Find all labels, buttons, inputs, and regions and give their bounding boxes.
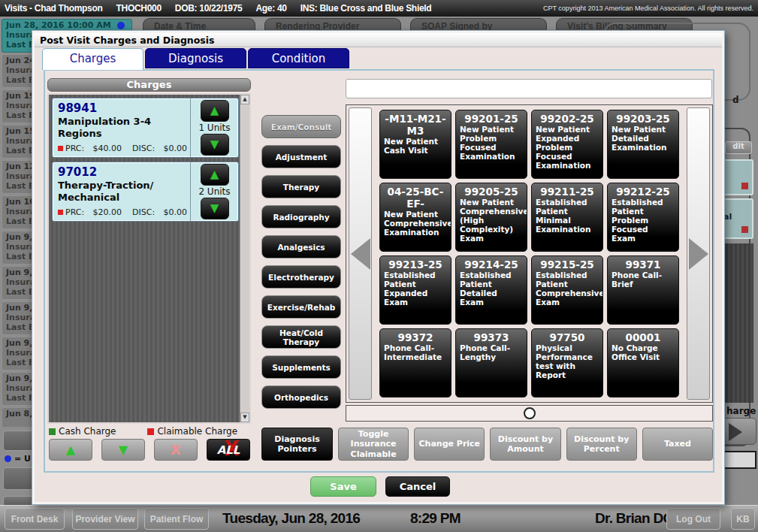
cpt-cell[interactable]: 99213-25Established Patient Expanded Exa… — [379, 255, 451, 325]
log-out-button[interactable]: Log Out — [666, 508, 720, 530]
patient-name: Visits - Chad Thompson — [5, 3, 103, 14]
charge-type-legend: Cash Charge Claimable Charge — [49, 426, 252, 437]
unsigned-legend: = U — [5, 454, 31, 464]
charges-scrollbar[interactable]: ▲ ▼ — [240, 95, 249, 422]
dialog-tabs: Charges Diagnosis Condition — [42, 48, 349, 70]
category-analgesics[interactable]: Analgesics — [261, 235, 341, 258]
charge-item-97012[interactable]: 97012 Therapy-Traction/ Mechanical PRC: … — [52, 162, 239, 222]
cancel-button[interactable]: Cancel — [385, 476, 450, 497]
right-arrow-icon — [689, 238, 708, 270]
charge-price-row: PRC: $20.00 DISC: $0.00 — [58, 207, 187, 217]
grid-page-right-button[interactable] — [687, 107, 710, 400]
claimable-square-icon — [58, 210, 63, 215]
scroll-down-icon[interactable]: ▼ — [240, 413, 249, 422]
cpt-cell[interactable]: 99215-25Established Patient Comprehensiv… — [531, 255, 603, 325]
remove-all-button[interactable]: X ALL — [207, 439, 250, 461]
cpt-cell[interactable]: 99373Phone Call-Lengthy — [455, 328, 527, 397]
dialog-title: Post Visit Charges and Diagnosis — [35, 33, 722, 47]
discount-by-amount-button[interactable]: Discount by Amount — [490, 428, 560, 461]
label-fragment: d — [732, 95, 739, 105]
background-right-panel: d dit al harge — [723, 17, 758, 505]
cpt-cell[interactable]: 99211-25Established Patient Minimal Exam… — [531, 183, 603, 252]
claimable-square-icon — [741, 226, 748, 233]
units-increase-button[interactable]: ▲ — [201, 164, 229, 186]
cpt-search-input[interactable] — [346, 79, 712, 98]
claimable-square-icon — [147, 428, 154, 435]
charge-price-row: PRC: $40.00 DISC: $0.00 — [58, 144, 187, 153]
diagnosis-pointers-button[interactable]: Diagnosis Pointers — [261, 428, 333, 461]
change-price-button[interactable]: Change Price — [414, 428, 485, 461]
charge-list-controls: ▲ ▼ X X ALL — [49, 439, 252, 461]
post-visit-charges-dialog: Post Visit Charges and Diagnosis Charges… — [32, 30, 725, 505]
patient-header-bar: Visits - Chad Thompson THOCH000 DOB: 10/… — [0, 0, 758, 17]
units-increase-button[interactable]: ▲ — [201, 100, 229, 122]
scroll-up-icon[interactable]: ▲ — [240, 95, 249, 104]
page-indicator-dot[interactable] — [524, 407, 536, 419]
logged-in-provider: Dr. Brian DC — [595, 510, 673, 527]
toggle-insurance-claimable-button[interactable]: Toggle Insurance Claimable — [338, 428, 409, 461]
cpt-grid: -M11-M21-M3New Patient Cash Visit 99201-… — [373, 107, 686, 401]
cpt-cell[interactable]: 99203-25New Patient Detailed Examination — [607, 110, 679, 179]
category-orthopedics[interactable]: Orthopedics — [261, 385, 341, 409]
left-arrow-icon — [351, 238, 370, 270]
cpt-cell[interactable]: 00001No Charge Office Visit — [607, 328, 679, 397]
units-control: ▲ 1 Units ▼ — [190, 98, 238, 157]
cpt-cell[interactable]: 99371Phone Call-Brief — [607, 255, 679, 325]
save-button[interactable]: Save — [310, 476, 376, 497]
patient-age: Age: 40 — [255, 3, 286, 14]
cpt-cell[interactable]: 99372Phone Call-Intermediate — [379, 328, 451, 397]
units-value: 1 Units — [198, 122, 230, 133]
screen: Visits - Chad Thompson THOCH000 DOB: 10/… — [0, 0, 758, 532]
cpt-cell[interactable]: 99212-25Established Patient Problem Focu… — [607, 183, 679, 252]
grid-page-left-button[interactable] — [349, 107, 372, 400]
remove-charge-button[interactable]: X — [154, 439, 198, 461]
edit-button[interactable]: dit — [725, 141, 752, 154]
units-decrease-button[interactable]: ▼ — [201, 134, 229, 156]
charge-item-98941[interactable]: 98941 Manipulation 3-4 Regions PRC: $40.… — [52, 98, 239, 158]
front-desk-button[interactable]: Front Desk — [5, 508, 65, 530]
tab-condition[interactable]: Condition — [248, 48, 349, 68]
cpt-cell[interactable]: 99205-25New Patient Comprehensive (High … — [455, 183, 527, 252]
cpt-cell[interactable]: 99214-25Established Patient Detailed Exa… — [455, 255, 527, 325]
chart-id: THOCH000 — [116, 3, 162, 14]
patient-flow-button[interactable]: Patient Flow — [144, 508, 209, 530]
category-radiography[interactable]: Radiography — [261, 205, 341, 228]
category-exercise-rehab[interactable]: Exercise/Rehab — [261, 295, 341, 319]
provider-view-button[interactable]: Provider View — [72, 508, 138, 530]
units-control: ▲ 2 Units ▼ — [190, 162, 238, 221]
units-decrease-button[interactable]: ▼ — [201, 198, 229, 219]
claimable-square-icon — [741, 183, 748, 189]
grid-pager — [346, 405, 713, 422]
cpt-cell[interactable]: 99202-25New Patient Expanded Problem Foc… — [531, 110, 603, 179]
category-electrotherapy[interactable]: Electrotherapy — [261, 265, 341, 289]
move-down-button[interactable]: ▼ — [101, 439, 145, 461]
cpt-copyright: CPT copyright 2013 American Medical Asso… — [543, 5, 753, 12]
charges-list-header: Charges — [47, 78, 251, 92]
cpt-cell[interactable]: 97750Physical Performance test with Repo… — [531, 328, 603, 397]
charge-label-fragment: harge — [726, 406, 756, 416]
tab-charges[interactable]: Charges — [42, 48, 143, 70]
right-arrow-icon — [729, 423, 742, 441]
cpt-cell[interactable]: 04-25-BC-EF-New Patient Comprehensive Ex… — [379, 183, 451, 252]
taxed-button[interactable]: Taxed — [642, 428, 713, 461]
discount-by-percent-button[interactable]: Discount by Percent — [566, 428, 637, 461]
unsigned-dot-icon — [117, 22, 125, 29]
claimable-square-icon — [58, 146, 63, 151]
cpt-cell[interactable]: 99201-25New Patient Problem Focused Exam… — [455, 110, 527, 179]
category-heat-cold-therapy[interactable]: Heat/Cold Therapy — [261, 325, 341, 349]
category-adjustment[interactable]: Adjustment — [261, 145, 341, 168]
category-supplements[interactable]: Supplements — [261, 355, 341, 379]
blue-dot-icon — [5, 455, 11, 462]
cpt-grid-region: -M11-M21-M3New Patient Cash Visit 99201-… — [346, 104, 713, 403]
move-up-button[interactable]: ▲ — [49, 439, 92, 461]
cpt-cell[interactable]: -M11-M21-M3New Patient Cash Visit — [379, 110, 451, 179]
charge-categories: Exam/Consult Adjustment Therapy Radiogra… — [261, 115, 341, 409]
category-exam-consult[interactable]: Exam/Consult — [261, 115, 341, 138]
charge-action-buttons: Diagnosis Pointers Toggle Insurance Clai… — [261, 428, 713, 461]
patient-insurance: INS: Blue Cross and Blue Shield — [300, 3, 432, 14]
footer-time: 8:29 PM — [410, 510, 461, 527]
tab-diagnosis[interactable]: Diagnosis — [145, 48, 246, 68]
keyboard-button[interactable]: KB — [731, 508, 755, 530]
visit-date: Jun 28, 2016 10:00 AM — [6, 20, 128, 30]
category-therapy[interactable]: Therapy — [261, 175, 341, 198]
